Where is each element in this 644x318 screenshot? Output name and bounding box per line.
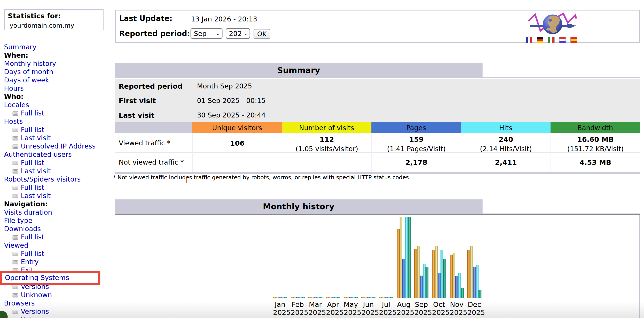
flag-stripe (550, 37, 552, 43)
sidebar-link-label[interactable]: Unknown (21, 316, 52, 318)
bar-unique-visitors (467, 250, 470, 298)
reported-period-label: Reported period: (119, 29, 190, 38)
sidebar-item-versions[interactable]: Versions (4, 307, 107, 316)
sidebar-item-days-of-week[interactable]: Days of week (4, 76, 107, 84)
sidebar-link-label[interactable]: Entry (21, 258, 39, 266)
sidebar-item-unknown[interactable]: Unknown (4, 316, 107, 318)
sidebar-item-downloads[interactable]: Downloads (4, 225, 107, 233)
sidebar-link-label[interactable]: Locales (4, 101, 29, 109)
sidebar-item-hosts[interactable]: Hosts (4, 117, 107, 126)
sidebar-item-full-list[interactable]: Full list (4, 109, 107, 117)
sidebar-item-viewed[interactable]: Viewed (4, 241, 107, 249)
sidebar-item-operating-systems[interactable]: Operating Systems (4, 274, 107, 283)
sidebar-item-locales[interactable]: Locales (4, 101, 107, 109)
sidebar-link-label[interactable]: Operating Systems (5, 274, 69, 282)
sidebar-link-label[interactable]: Unknown (21, 291, 52, 299)
bullet-square-icon (12, 235, 18, 240)
sidebar-item-last-visit[interactable]: Last visit (4, 134, 107, 142)
bar-hits (299, 297, 302, 298)
sidebar-link-label[interactable]: Summary (4, 43, 36, 51)
sidebar-link-label[interactable]: Versions (21, 308, 49, 315)
sidebar-link-label[interactable]: Last visit (21, 192, 51, 200)
sidebar-link-label[interactable]: Last visit (21, 134, 51, 142)
footnote: * Not viewed traffic includes traffic ge… (113, 174, 410, 181)
sidebar-item-days-of-month[interactable]: Days of month (4, 68, 107, 76)
month-select[interactable]: Sep (190, 28, 222, 39)
cell-main-value: 16.60 MB (551, 135, 640, 143)
year-select[interactable]: 2025 (226, 28, 250, 39)
awstats-logo (524, 10, 578, 43)
flag-stripe (526, 37, 528, 43)
bar-hits (388, 297, 390, 298)
sidebar-item-monthly-history[interactable]: Monthly history (4, 59, 107, 68)
bar-group-feb-2025 (291, 297, 305, 298)
month-label: Nov2025 (450, 300, 464, 317)
bar-number-of-visits (346, 297, 350, 298)
sidebar-link-label[interactable]: Days of month (4, 68, 53, 76)
value-cell: 2,178 (372, 153, 461, 172)
info-value: Month Sep 2025 (192, 82, 640, 90)
sidebar-link-label[interactable]: Viewed (4, 241, 28, 249)
sidebar-item-browsers[interactable]: Browsers (4, 299, 107, 307)
sidebar-link-label[interactable]: Last visit (21, 167, 51, 175)
sidebar-item-full-list[interactable]: Full list (4, 159, 107, 167)
flag-stripe (571, 41, 577, 43)
bar-group-oct-2025 (432, 246, 446, 298)
sidebar-link-label[interactable]: Days of week (4, 76, 49, 84)
sidebar-item-last-visit[interactable]: Last visit (4, 192, 107, 200)
sidebar-link-label[interactable]: Monthly history (4, 60, 56, 67)
sidebar-link-label[interactable]: Authenticated users (4, 151, 72, 158)
bar-bandwidth (461, 288, 464, 298)
sidebar-link-label[interactable]: Unresolved IP Address (21, 142, 96, 150)
sidebar-item-full-list[interactable]: Full list (4, 233, 107, 241)
bar-pages (420, 276, 423, 298)
sidebar-link-label[interactable]: Hosts (4, 118, 23, 125)
sidebar-link-label[interactable]: Hours (4, 84, 24, 92)
bar-pages (367, 297, 370, 298)
sidebar-link-label[interactable]: Full list (21, 109, 44, 117)
sidebar-item-unresolved-ip-address[interactable]: Unresolved IP Address (4, 142, 107, 150)
month-label: Aug2025 (397, 300, 411, 317)
sidebar-item-full-list[interactable]: Full list (4, 126, 107, 134)
sidebar-item-visits-duration[interactable]: Visits duration (4, 208, 107, 216)
sidebar-item-last-visit[interactable]: Last visit (4, 167, 107, 175)
info-value: 01 Sep 2025 - 00:15 (192, 97, 640, 105)
domain-name: yourdomain.com.my (8, 22, 100, 29)
sidebar-link-label[interactable]: Browsers (4, 299, 35, 307)
cell-sub-value: (1.41 Pages/Visit) (372, 145, 461, 153)
bar-bandwidth (408, 217, 411, 298)
sidebar-item-robots-spiders-visitors[interactable]: Robots/Spiders visitors (4, 175, 107, 183)
sidebar-link-label[interactable]: Visits duration (4, 208, 52, 216)
sidebar-link-label[interactable]: Full list (21, 159, 44, 166)
bar-bandwidth (390, 297, 393, 298)
flag-italy-icon[interactable] (548, 37, 554, 43)
flag-spain-icon[interactable] (570, 37, 577, 43)
sidebar-link-label[interactable]: Full list (21, 126, 44, 134)
flag-germany-icon[interactable] (537, 37, 544, 43)
sidebar-link-label[interactable]: Robots/Spiders visitors (4, 175, 80, 183)
sidebar-item-summary[interactable]: Summary (4, 43, 107, 51)
sidebar-item-unknown[interactable]: Unknown (4, 291, 107, 299)
bar-group-jul-2025 (379, 297, 393, 298)
sidebar-link-label[interactable]: File type (4, 217, 32, 224)
info-row: Reported periodMonth Sep 2025 (115, 79, 640, 93)
sidebar-link-label[interactable]: Full list (21, 233, 44, 241)
bar-group-aug-2025 (397, 217, 411, 298)
sidebar-link-label[interactable]: Full list (21, 250, 44, 258)
ok-button[interactable]: OK (254, 29, 270, 39)
flag-france-icon[interactable] (526, 37, 532, 43)
flag-stripe (560, 37, 566, 39)
sidebar-item-file-type[interactable]: File type (4, 216, 107, 225)
sidebar-item-authenticated-users[interactable]: Authenticated users (4, 150, 107, 159)
sidebar-link-label[interactable]: Downloads (4, 225, 41, 233)
sidebar-link-label[interactable]: Full list (21, 183, 44, 191)
cell-main-value: 106 (193, 139, 282, 147)
sidebar-item-full-list[interactable]: Full list (4, 183, 107, 192)
sidebar-item-hours[interactable]: Hours (4, 84, 107, 92)
sidebar-item-full-list[interactable]: Full list (4, 249, 107, 258)
flag-netherlands-icon[interactable] (559, 37, 566, 43)
sidebar-item-entry[interactable]: Entry (4, 258, 107, 266)
flag-stripe (537, 39, 543, 41)
bullet-square-icon (12, 252, 18, 256)
bar-group-mar-2025 (308, 297, 322, 298)
